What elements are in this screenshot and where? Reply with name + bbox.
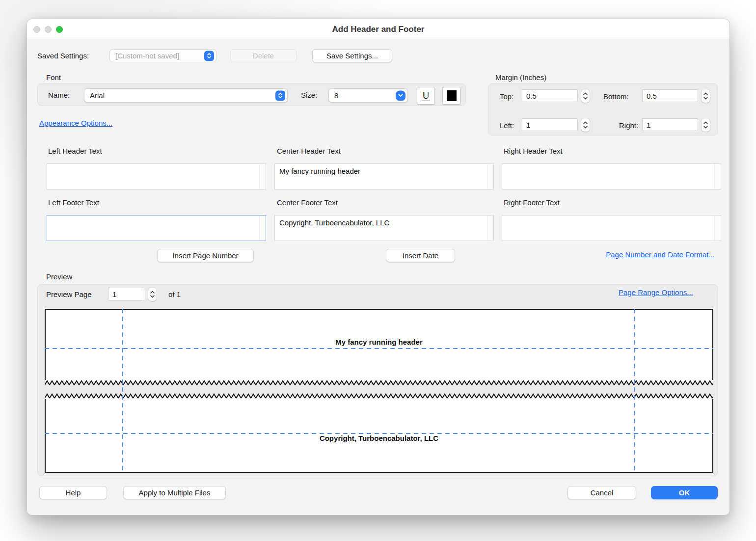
appearance-options-link[interactable]: Appearance Options... bbox=[39, 119, 112, 127]
preview-page-input[interactable] bbox=[108, 288, 145, 300]
right-footer-label: Right Footer Text bbox=[504, 198, 560, 207]
margin-top-input[interactable] bbox=[522, 89, 578, 102]
font-name-value: Arial bbox=[90, 91, 105, 100]
underline-button[interactable]: U bbox=[417, 87, 435, 105]
page-number-date-format-link[interactable]: Page Number and Date Format... bbox=[606, 250, 715, 259]
preview-page-stepper[interactable] bbox=[148, 288, 157, 301]
margin-bottom-input[interactable] bbox=[642, 89, 698, 102]
torn-edge-bottom-piece bbox=[45, 393, 713, 399]
center-header-textarea[interactable]: My fancy running header bbox=[274, 163, 494, 189]
margin-right-input[interactable] bbox=[642, 118, 698, 131]
margin-top-label: Top: bbox=[500, 92, 513, 101]
help-button[interactable]: Help bbox=[39, 486, 107, 499]
color-swatch-icon bbox=[447, 90, 457, 101]
font-name-label: Name: bbox=[48, 91, 70, 99]
delete-button[interactable]: Delete bbox=[230, 49, 297, 62]
margin-left-label: Left: bbox=[500, 121, 514, 130]
underline-icon: U bbox=[422, 90, 430, 101]
right-footer-textarea[interactable] bbox=[502, 215, 721, 241]
left-footer-label: Left Footer Text bbox=[48, 198, 99, 207]
center-footer-label: Center Footer Text bbox=[277, 198, 338, 207]
font-name-select[interactable]: Arial bbox=[84, 88, 288, 103]
torn-edge-top-piece bbox=[45, 380, 713, 386]
right-header-label: Right Header Text bbox=[504, 147, 563, 155]
apply-to-multiple-files-button[interactable]: Apply to Multiple Files bbox=[123, 486, 226, 499]
center-footer-textarea[interactable]: Copyright, Turboencabulator, LLC bbox=[274, 215, 494, 241]
font-section-label: Font bbox=[46, 73, 61, 81]
margin-bottom-label: Bottom: bbox=[603, 92, 629, 101]
font-color-button[interactable] bbox=[442, 87, 460, 105]
margin-right-stepper[interactable] bbox=[702, 118, 710, 132]
center-header-label: Center Header Text bbox=[277, 147, 341, 155]
margin-left-stepper[interactable] bbox=[581, 118, 590, 132]
right-header-textarea[interactable] bbox=[502, 163, 721, 189]
insert-date-button[interactable]: Insert Date bbox=[386, 249, 455, 262]
left-header-textarea[interactable] bbox=[47, 163, 266, 189]
preview-page-label: Preview Page bbox=[46, 290, 92, 298]
margin-left-input[interactable] bbox=[522, 118, 578, 131]
font-size-value: 8 bbox=[334, 91, 338, 100]
preview-header-text: My fancy running header bbox=[45, 338, 713, 346]
add-header-footer-dialog: Add Header and Footer Saved Settings: [C… bbox=[27, 19, 730, 515]
saved-settings-value: [Custom-not saved] bbox=[115, 52, 179, 60]
preview-footer-text: Copyright, Turboencabulator, LLC bbox=[45, 434, 713, 442]
title-bar[interactable]: Add Header and Footer bbox=[27, 19, 729, 39]
margin-right-label: Right: bbox=[619, 121, 638, 130]
preview-page-count: of 1 bbox=[168, 290, 181, 298]
font-size-label: Size: bbox=[301, 91, 317, 99]
dialog-title: Add Header and Footer bbox=[27, 19, 729, 39]
updown-stepper-icon bbox=[204, 51, 214, 61]
save-settings-button[interactable]: Save Settings... bbox=[312, 49, 392, 62]
updown-stepper-icon bbox=[275, 90, 285, 101]
cancel-button[interactable]: Cancel bbox=[567, 486, 636, 499]
font-size-select[interactable]: 8 bbox=[328, 88, 408, 103]
saved-settings-label: Saved Settings: bbox=[37, 52, 89, 60]
top-margin-guide bbox=[45, 348, 713, 349]
right-margin-guide bbox=[634, 309, 635, 472]
screen: Add Header and Footer Saved Settings: [C… bbox=[0, 0, 756, 541]
margin-section-label: Margin (Inches) bbox=[495, 73, 546, 81]
left-footer-textarea[interactable] bbox=[47, 215, 266, 241]
page-range-options-link[interactable]: Page Range Options... bbox=[619, 288, 693, 297]
insert-page-number-button[interactable]: Insert Page Number bbox=[157, 249, 254, 262]
saved-settings-select[interactable]: [Custom-not saved] bbox=[109, 49, 216, 62]
left-header-label: Left Header Text bbox=[48, 147, 102, 155]
margin-top-stepper[interactable] bbox=[581, 89, 590, 103]
ok-button[interactable]: OK bbox=[651, 486, 718, 499]
chevron-down-icon bbox=[396, 90, 405, 101]
left-margin-guide bbox=[122, 309, 123, 472]
margin-bottom-stepper[interactable] bbox=[702, 89, 710, 103]
preview-section-label: Preview bbox=[46, 272, 72, 281]
